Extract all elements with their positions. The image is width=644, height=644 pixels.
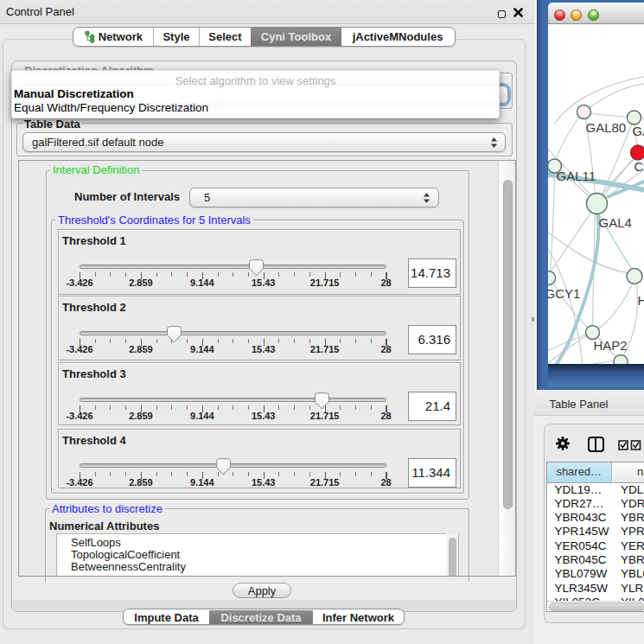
svg-text:GAL80: GAL80 (585, 119, 626, 134)
svg-text:GCY1: GCY1 (548, 285, 580, 300)
svg-text:HA: HA (637, 292, 644, 307)
svg-text:GAL11: GAL11 (556, 168, 596, 182)
svg-text:HAP2: HAP2 (593, 337, 627, 352)
svg-text:GAL7: GAL7 (632, 123, 644, 137)
svg-text:GAL4: GAL4 (598, 214, 631, 229)
svg-text:CY: CY (634, 158, 644, 173)
